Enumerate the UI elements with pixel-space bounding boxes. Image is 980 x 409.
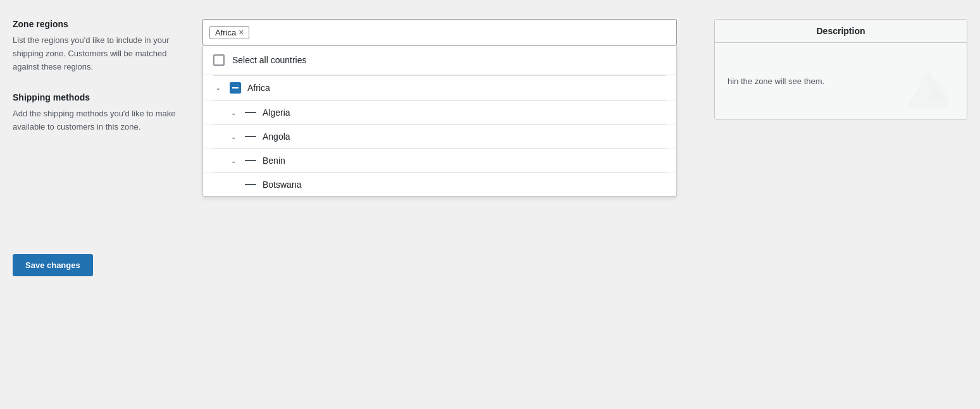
africa-label: Africa xyxy=(247,83,270,93)
angola-chevron-icon[interactable]: ⌄ xyxy=(228,131,239,142)
shipping-methods-desc: Add the shipping methods you'd like to m… xyxy=(13,107,190,134)
description-text: hin the zone will see them. xyxy=(728,76,824,86)
angola-label: Angola xyxy=(263,131,290,142)
save-changes-button[interactable]: Save changes xyxy=(13,254,93,276)
right-panel: Description hin the zone will see them. xyxy=(714,19,967,390)
benin-checkbox[interactable] xyxy=(245,160,256,161)
select-all-checkbox[interactable] xyxy=(213,54,225,66)
angola-item[interactable]: ⌄ Angola xyxy=(203,125,676,149)
africa-tag-label: Africa xyxy=(215,28,236,37)
select-all-label: Select all countries xyxy=(232,55,307,65)
benin-chevron-icon[interactable]: ⌄ xyxy=(228,156,239,166)
watermark-icon xyxy=(903,66,954,113)
description-content: hin the zone will see them. xyxy=(715,43,967,119)
shipping-methods-section: Shipping methods Add the shipping method… xyxy=(13,92,190,134)
dropdown-scroll[interactable]: Select all countries ⌃ Africa ⌄ Algeria xyxy=(203,46,676,196)
algeria-chevron-icon[interactable]: ⌄ xyxy=(228,107,239,118)
africa-tag-remove[interactable]: × xyxy=(239,28,244,37)
svg-marker-0 xyxy=(907,70,951,107)
algeria-item[interactable]: ⌄ Algeria xyxy=(203,101,676,125)
africa-chevron-icon[interactable]: ⌃ xyxy=(213,83,223,93)
description-table: Description hin the zone will see them. xyxy=(714,19,967,119)
algeria-label: Algeria xyxy=(263,107,290,118)
main-content: Africa × Select all countries ⌃ Africa xyxy=(202,19,702,390)
zone-regions-desc: List the regions you'd like to include i… xyxy=(13,34,190,73)
botswana-item[interactable]: Botswana xyxy=(203,173,676,196)
benin-item[interactable]: ⌄ Benin xyxy=(203,149,676,173)
page-layout: Zone regions List the regions you'd like… xyxy=(0,0,980,409)
africa-checkbox[interactable] xyxy=(230,82,241,94)
africa-group-item[interactable]: ⌃ Africa xyxy=(203,76,676,101)
botswana-label: Botswana xyxy=(263,180,301,190)
description-header: Description xyxy=(715,20,967,43)
region-select-input[interactable]: Africa × xyxy=(202,19,677,46)
shipping-methods-title: Shipping methods xyxy=(13,92,190,102)
africa-tag: Africa × xyxy=(209,26,249,39)
botswana-checkbox[interactable] xyxy=(245,184,256,185)
dropdown-panel: Select all countries ⌃ Africa ⌄ Algeria xyxy=(202,46,677,197)
zone-regions-title: Zone regions xyxy=(13,19,190,29)
benin-label: Benin xyxy=(263,156,285,166)
zone-regions-section: Zone regions List the regions you'd like… xyxy=(13,19,190,73)
angola-checkbox[interactable] xyxy=(245,136,256,137)
left-panel: Zone regions List the regions you'd like… xyxy=(13,19,190,390)
select-all-row[interactable]: Select all countries xyxy=(203,46,676,75)
algeria-checkbox[interactable] xyxy=(245,112,256,113)
